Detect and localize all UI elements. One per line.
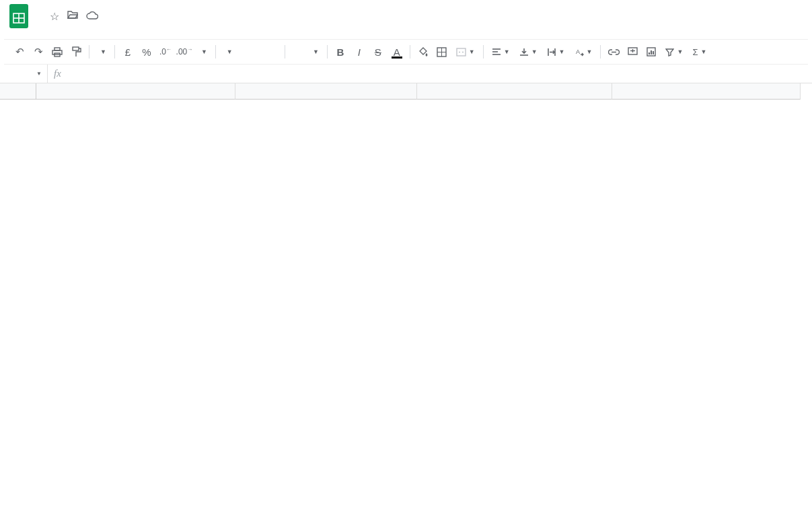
increase-decimal-button[interactable]: .00→ <box>176 43 193 61</box>
column-header-A[interactable] <box>36 83 235 100</box>
text-color-button[interactable]: A <box>388 43 406 61</box>
menu-bar <box>7 28 805 39</box>
menu-data[interactable] <box>96 30 105 35</box>
bold-button[interactable]: B <box>332 43 349 61</box>
svg-text:A: A <box>576 48 580 55</box>
font-select[interactable]: ▼ <box>220 43 281 61</box>
column-header-D[interactable] <box>612 83 801 100</box>
print-button[interactable] <box>48 43 66 61</box>
svg-rect-25 <box>653 51 654 54</box>
insert-link-button[interactable] <box>605 43 622 61</box>
font-size-select[interactable]: ▼ <box>289 43 323 61</box>
svg-rect-5 <box>52 50 62 54</box>
horizontal-align-button[interactable]: ▼ <box>488 43 514 61</box>
menu-format[interactable] <box>85 30 94 35</box>
move-folder-icon[interactable] <box>67 10 78 23</box>
menu-file[interactable] <box>42 30 51 35</box>
percent-button[interactable]: % <box>138 43 155 61</box>
filter-button[interactable]: ▼ <box>661 43 687 61</box>
document-title[interactable] <box>36 15 44 17</box>
menu-insert[interactable] <box>74 30 83 35</box>
insert-chart-button[interactable] <box>642 43 660 61</box>
star-icon[interactable]: ☆ <box>50 10 59 23</box>
italic-button[interactable]: I <box>350 43 368 61</box>
currency-button[interactable]: £ <box>119 43 137 61</box>
cloud-status-icon[interactable] <box>86 10 98 23</box>
functions-button[interactable]: Σ▼ <box>688 43 710 61</box>
undo-button[interactable]: ↶ <box>11 43 28 61</box>
fill-color-button[interactable] <box>414 43 432 61</box>
column-header-B[interactable] <box>235 83 417 100</box>
borders-button[interactable] <box>433 43 451 61</box>
more-formats-select[interactable]: ▼ <box>194 43 211 61</box>
decrease-decimal-button[interactable]: .0← <box>157 43 174 61</box>
svg-rect-24 <box>651 50 652 54</box>
sheets-logo-icon[interactable] <box>7 4 31 28</box>
column-header-C[interactable] <box>417 83 612 100</box>
menu-view[interactable] <box>63 30 73 35</box>
menu-tools[interactable] <box>106 30 116 35</box>
menu-extensions[interactable] <box>117 30 126 35</box>
svg-rect-7 <box>73 47 79 50</box>
menu-help[interactable] <box>128 30 137 35</box>
svg-rect-23 <box>649 52 650 54</box>
zoom-select[interactable]: ▼ <box>94 43 110 61</box>
fx-icon: fx <box>47 65 67 83</box>
vertical-align-button[interactable]: ▼ <box>515 43 542 61</box>
select-all-corner[interactable] <box>0 83 36 100</box>
merge-cells-button[interactable]: ▼ <box>452 43 479 61</box>
strikethrough-button[interactable]: S <box>369 43 387 61</box>
name-box[interactable]: ▼ <box>0 71 47 77</box>
formula-bar[interactable] <box>67 65 812 83</box>
text-wrap-button[interactable]: ▼ <box>543 43 569 61</box>
redo-button[interactable]: ↷ <box>30 43 47 61</box>
svg-rect-11 <box>457 48 466 56</box>
menu-edit[interactable] <box>52 30 62 35</box>
text-rotation-button[interactable]: A ▼ <box>570 43 597 61</box>
paint-format-button[interactable] <box>67 43 85 61</box>
insert-comment-button[interactable] <box>624 43 641 61</box>
toolbar: ↶ ↷ ▼ £ % .0← .00→ ▼ ▼ ▼ B I S A ▼ ▼ ▼ ▼… <box>4 39 808 65</box>
